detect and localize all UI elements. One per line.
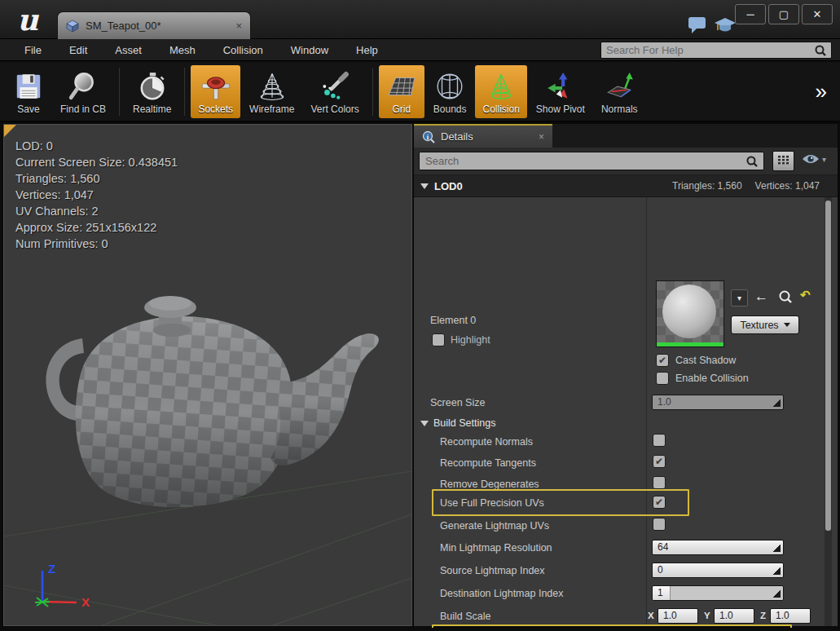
highlight-checkbox[interactable] — [432, 333, 445, 346]
toolbar-separator — [184, 68, 185, 116]
details-tab-strip: i Details × — [414, 124, 838, 148]
expand-arrow-icon[interactable] — [420, 421, 429, 426]
toolbar-button-save[interactable]: Save — [6, 65, 51, 118]
screen-size-input[interactable]: 1.0 — [652, 395, 784, 410]
material-thumbnail[interactable] — [656, 280, 724, 347]
generate-lightmap-uvs-label: Generate Lightmap UVs — [440, 520, 549, 532]
search-icon — [745, 155, 759, 168]
column-splitter[interactable] — [646, 197, 647, 626]
toolbar-button-vert-colors[interactable]: Vert Colors — [303, 65, 366, 118]
search-icon — [814, 44, 827, 57]
resize-grip-icon[interactable] — [772, 567, 781, 575]
destination-lightmap-index-input[interactable]: 1 — [652, 585, 784, 601]
cast-shadow-checkbox[interactable] — [656, 354, 669, 367]
chevron-down-icon — [784, 323, 790, 327]
toolbar-button-show-pivot[interactable]: Show Pivot — [529, 65, 592, 118]
build-scale-x-label: X — [648, 611, 654, 620]
feedback-bubble-icon[interactable] — [687, 16, 707, 34]
source-lightmap-index-input[interactable]: 0 — [652, 563, 784, 578]
toolbar-button-sockets[interactable]: Sockets — [191, 65, 240, 118]
menu-asset[interactable]: Asset — [105, 40, 152, 60]
asset-tab[interactable]: SM_Teapot_00* × — [57, 11, 251, 39]
recompute-normals-checkbox[interactable] — [653, 434, 666, 447]
toolbar-separator — [372, 68, 373, 116]
save-icon — [13, 71, 44, 102]
lod0-title: LOD0 — [434, 180, 463, 192]
maximize-button[interactable]: ▢ — [768, 4, 799, 24]
menu-edit[interactable]: Edit — [59, 40, 97, 60]
details-tab[interactable]: i Details × — [414, 124, 552, 148]
property-matrix-button[interactable] — [772, 151, 794, 171]
window-controls: ─ ▢ ✕ — [735, 4, 833, 24]
asset-cube-icon — [66, 20, 79, 33]
details-tab-close-icon[interactable]: × — [539, 131, 544, 143]
details-body: Element 0 Highlight ▾ ← ↶ Textures Cast … — [414, 197, 838, 626]
use-full-precision-uvs-checkbox[interactable] — [653, 496, 666, 509]
menu-mesh[interactable]: Mesh — [160, 40, 205, 60]
toolbar-button-grid[interactable]: Grid — [379, 65, 424, 118]
build-scale-z-input[interactable]: 1.0 — [770, 608, 811, 624]
stat-uv-channels: UV Channels: 2 — [15, 203, 178, 219]
element0-label: Element 0 — [430, 315, 476, 326]
view-options-button[interactable]: ▾ — [802, 153, 826, 165]
toolbar-button-wireframe[interactable]: Wireframe — [242, 65, 301, 118]
material-status-bar — [657, 342, 723, 346]
toolbar-button-find-in-cb[interactable]: Find in CB — [53, 65, 113, 118]
menu-window[interactable]: Window — [281, 40, 338, 60]
toolbar-button-collision[interactable]: Collision — [475, 65, 526, 118]
toolbar-button-realtime[interactable]: Realtime — [125, 65, 178, 118]
asset-tab-close-icon[interactable]: × — [235, 20, 242, 32]
remove-degenerates-label: Remove Degenerates — [440, 479, 539, 490]
toolbar-overflow-chevron[interactable]: » — [816, 79, 835, 104]
reset-to-default-icon[interactable]: ↶ — [800, 288, 811, 302]
viewport-focus-corner — [4, 125, 16, 137]
title-bar: u SM_Teapot_00* × ─ ▢ ✕ — [0, 0, 840, 39]
enable-collision-label: Enable Collision — [675, 373, 749, 384]
build-scale-y-label: Y — [704, 611, 710, 620]
expand-arrow-icon — [420, 183, 429, 189]
asset-tab-title: SM_Teapot_00* — [86, 20, 161, 32]
unreal-logo-icon: u — [10, 2, 46, 38]
recompute-tangents-checkbox[interactable] — [653, 455, 666, 468]
min-lightmap-resolution-input[interactable]: 64 — [652, 540, 784, 555]
wireframe-icon — [257, 71, 288, 102]
textures-dropdown-button[interactable]: Textures — [731, 316, 799, 334]
toolbar-button-normals[interactable]: Normals — [594, 65, 645, 118]
details-search-row: ▾ — [414, 148, 838, 175]
menu-collision[interactable]: Collision — [213, 40, 273, 60]
resize-grip-icon[interactable] — [772, 544, 781, 552]
details-search-input[interactable] — [420, 155, 745, 167]
material-dropdown-button[interactable]: ▾ — [731, 289, 748, 307]
details-scrollbar-thumb[interactable] — [825, 201, 831, 531]
viewport-stats: LOD: 0 Current Screen Size: 0.438451 Tri… — [15, 138, 178, 252]
use-selected-arrow-icon[interactable]: ← — [754, 289, 768, 305]
chevron-down-icon: ▾ — [822, 155, 826, 164]
material-sphere-preview — [662, 285, 716, 338]
menu-file[interactable]: File — [15, 40, 51, 60]
minimize-button[interactable]: ─ — [735, 4, 766, 24]
build-scale-y-input[interactable]: 1.0 — [714, 608, 754, 624]
enable-collision-checkbox[interactable] — [656, 372, 669, 385]
property-grid-icon — [777, 155, 789, 167]
build-scale-x-input[interactable]: 1.0 — [657, 608, 698, 624]
remove-degenerates-checkbox[interactable] — [653, 476, 666, 489]
browse-magnifier-icon[interactable] — [778, 289, 793, 304]
lod0-category-header[interactable]: LOD0 Triangles: 1,560 Vertices: 1,047 — [414, 175, 838, 197]
show-pivot-icon — [545, 71, 576, 102]
menu-help[interactable]: Help — [346, 40, 388, 60]
build-settings-header[interactable]: Build Settings — [433, 417, 495, 429]
generate-lightmap-uvs-checkbox[interactable] — [653, 518, 666, 531]
lod0-vertices: Vertices: 1,047 — [755, 180, 820, 192]
resize-grip-icon[interactable] — [772, 589, 781, 598]
teapot-body-shading — [76, 316, 293, 507]
tutorials-cap-icon[interactable] — [714, 16, 737, 34]
textures-button-label: Textures — [740, 320, 778, 331]
close-button[interactable]: ✕ — [802, 4, 833, 24]
viewport[interactable]: Z X LOD: 0 Current Screen Size: 0.438451… — [3, 124, 412, 626]
details-tab-label: Details — [441, 130, 473, 143]
toolbar-button-bounds[interactable]: Bounds — [426, 65, 474, 118]
resize-grip-icon[interactable] — [772, 399, 781, 407]
realtime-icon — [137, 71, 168, 102]
stat-num-primitives: Num Primitives: 0 — [15, 236, 178, 252]
help-search-input[interactable] — [601, 44, 814, 56]
